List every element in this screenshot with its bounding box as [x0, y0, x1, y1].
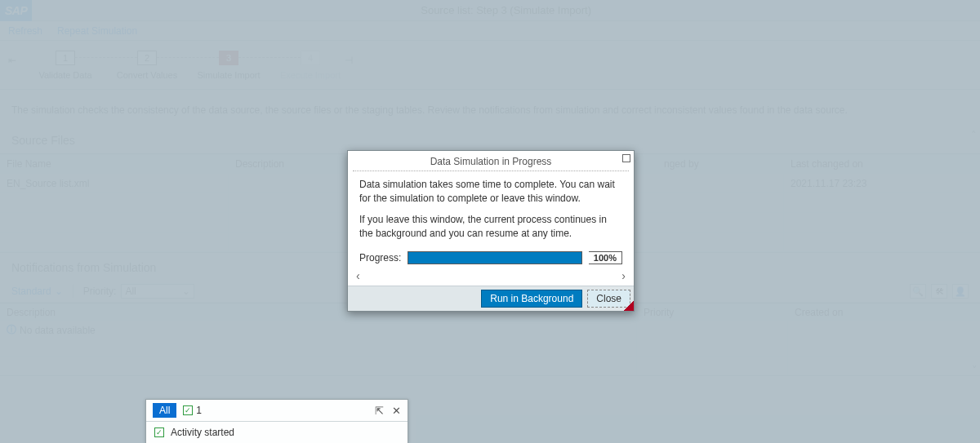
resize-corner-icon[interactable]: [624, 301, 634, 311]
wizard-step-3[interactable]: 3 Simulate Import: [188, 51, 270, 80]
cell-last-changed-on: 2021.11.17 23:23: [784, 174, 947, 193]
wizard-step-3-box: 3: [219, 51, 238, 65]
wizard-step-4-label: Execute Import: [280, 70, 341, 80]
scroll-left-icon[interactable]: ‹: [356, 269, 360, 282]
wrench-icon: 🛠: [935, 286, 944, 296]
scroll-right-icon[interactable]: ›: [621, 269, 626, 282]
person-icon: 👤: [955, 286, 966, 297]
dialog-text-2: If you leave this window, the current pr…: [359, 213, 622, 241]
sap-logo: SAP: [0, 0, 32, 21]
wizard-step-1-label: Validate Data: [38, 70, 91, 80]
wizard-step-2-box: 2: [137, 51, 157, 65]
message-popover: All ✓ 1 ⇱ ✕ ✓ Activity started: [145, 399, 408, 443]
resize-icon[interactable]: [622, 154, 630, 162]
check-icon: ✓: [154, 427, 164, 437]
search-icon: 🔍: [912, 286, 924, 297]
message-count: 1: [196, 405, 202, 416]
run-background-button[interactable]: Run in Background: [481, 290, 582, 308]
info-icon: ⓘ: [7, 323, 16, 337]
standard-view-select[interactable]: Standard ⌄: [11, 286, 63, 297]
wizard-step-1-box: 1: [56, 51, 75, 65]
standard-view-label: Standard: [11, 286, 51, 297]
table-row: [0, 357, 980, 375]
wizard-step-2-label: Convert Values: [117, 70, 177, 80]
message-row[interactable]: ✓ Activity started: [146, 422, 408, 443]
progress-fill: [408, 252, 581, 264]
cell-file-name: EN_Source list.xml: [0, 174, 229, 193]
check-icon: ✓: [183, 405, 193, 415]
search-button[interactable]: 🔍: [910, 284, 926, 299]
priority-value: All: [125, 286, 136, 297]
wizard-step-4: 4 Execute Import: [270, 51, 351, 80]
close-icon[interactable]: ✕: [392, 405, 401, 417]
popout-icon[interactable]: ⇱: [375, 405, 384, 417]
progress-dialog: Data Simulation in Progress Data simulat…: [347, 150, 635, 312]
repeat-simulation-link[interactable]: Repeat Simulation: [57, 25, 137, 37]
cell-changed-by: [657, 174, 784, 193]
source-files-heading: Source Files: [0, 126, 980, 153]
refresh-link[interactable]: Refresh: [8, 25, 42, 37]
scroll-up-icon[interactable]: ˄: [971, 129, 977, 141]
wizard-step-3-label: Simulate Import: [197, 70, 260, 80]
wizard-start-icon[interactable]: ⇤: [8, 55, 16, 66]
wizard-step-1[interactable]: 1 Validate Data: [24, 51, 106, 80]
wizard-step-2[interactable]: 2 Convert Values: [106, 51, 188, 80]
wizard-nav: ⇤ 1 Validate Data 2 Convert Values 3 Sim…: [0, 41, 980, 90]
col-changed-by[interactable]: nged by: [657, 154, 784, 173]
settings-button[interactable]: 🛠: [931, 284, 947, 299]
message-success-filter[interactable]: ✓ 1: [183, 405, 202, 416]
table-row: ⓘNo data available: [0, 321, 980, 339]
message-filter-all[interactable]: All: [153, 403, 176, 418]
no-data-text: No data available: [20, 325, 96, 336]
message-text: Activity started: [171, 427, 234, 438]
chevron-down-icon: ⌄: [182, 286, 190, 297]
priority-label: Priority:: [83, 286, 117, 297]
instruction-text: The simulation checks the consistency of…: [0, 90, 980, 126]
page-title: Source list: Step 3 (Simulate Import): [32, 4, 980, 16]
scroll-down-icon[interactable]: ˅: [969, 364, 980, 376]
personalize-button[interactable]: 👤: [952, 284, 969, 299]
progress-label: Progress:: [359, 252, 401, 264]
notifications-table: Description Priority Created on ⓘNo data…: [0, 303, 980, 376]
chevron-down-icon: ⌄: [55, 286, 63, 297]
progress-percent: 100%: [589, 251, 622, 264]
app-header: SAP Source list: Step 3 (Simulate Import…: [0, 0, 980, 21]
table-row: [0, 339, 980, 357]
col-file-name[interactable]: File Name: [0, 154, 229, 173]
wizard-step-4-box: 4: [301, 51, 320, 65]
action-bar: Refresh Repeat Simulation: [0, 21, 980, 41]
col-created-on[interactable]: Created on: [788, 303, 943, 321]
col-priority[interactable]: Priority: [637, 303, 788, 321]
col-last-changed-on[interactable]: Last changed on: [784, 154, 947, 173]
priority-select[interactable]: All ⌄: [121, 284, 194, 299]
dialog-text-1: Data simulation takes some time to compl…: [359, 178, 622, 206]
dialog-title: Data Simulation in Progress: [353, 153, 629, 171]
progress-bar: [408, 251, 582, 264]
